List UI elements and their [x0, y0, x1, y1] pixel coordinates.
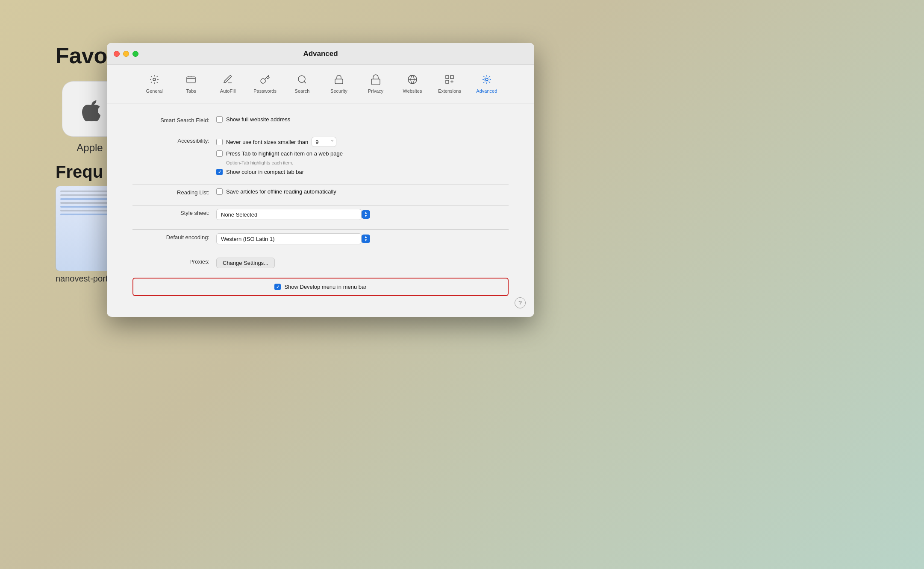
tab-passwords[interactable]: Passwords: [247, 71, 282, 97]
svg-point-10: [486, 78, 488, 81]
tab-websites[interactable]: Websites: [395, 71, 430, 97]
encoding-arrow-down-icon: ▼: [364, 239, 368, 242]
show-colour-label: Show colour in compact tab bar: [226, 169, 304, 175]
default-encoding-label: Default encoding:: [132, 233, 209, 241]
advanced-dialog: Advanced General Tabs: [107, 43, 534, 317]
develop-menu-checkbox-row: Show Develop menu in menu bar: [274, 284, 366, 290]
divider-5: [132, 254, 509, 254]
style-sheet-label: Style sheet:: [132, 209, 209, 216]
divider-3: [132, 205, 509, 205]
tab-extensions[interactable]: Extensions: [432, 71, 467, 97]
modal-title: Advanced: [303, 50, 338, 58]
svg-rect-1: [187, 77, 195, 83]
modal-titlebar: Advanced: [107, 43, 534, 65]
websites-icon: [407, 74, 418, 86]
passwords-icon: [260, 74, 270, 86]
search-label: Search: [295, 88, 310, 94]
font-size-select[interactable]: 9 10 12 14: [312, 137, 336, 147]
svg-point-2: [298, 76, 305, 82]
show-colour-checkbox[interactable]: [216, 169, 223, 175]
security-label: Security: [330, 88, 347, 94]
autofill-icon: [223, 74, 233, 86]
divider-2: [132, 185, 509, 185]
privacy-label: Privacy: [368, 88, 383, 94]
show-full-address-row: Show full website address: [216, 116, 290, 123]
privacy-icon: [371, 74, 381, 86]
default-encoding-select[interactable]: Western (ISO Latin 1) Unicode (UTF-8): [216, 233, 362, 244]
never-font-row: Never use font sizes smaller than 9 10 1…: [216, 137, 343, 147]
save-articles-checkbox[interactable]: [216, 188, 223, 195]
reading-list-controls: Save articles for offline reading automa…: [216, 188, 336, 195]
svg-rect-3: [335, 79, 343, 84]
press-tab-label: Press Tab to highlight each item on a we…: [226, 150, 343, 157]
help-button[interactable]: ?: [515, 297, 526, 308]
svg-rect-9: [446, 80, 449, 83]
arrow-down-icon: ▼: [364, 214, 368, 218]
search-tab-icon: [297, 74, 307, 86]
show-colour-row: Show colour in compact tab bar: [216, 169, 343, 175]
tab-autofill[interactable]: AutoFill: [211, 71, 245, 97]
svg-point-0: [153, 78, 156, 81]
develop-menu-row: Show Develop menu in menu bar: [132, 278, 509, 296]
maximize-button[interactable]: [132, 51, 138, 57]
svg-rect-7: [446, 76, 449, 79]
minimize-button[interactable]: [123, 51, 129, 57]
default-encoding-row: Default encoding: Western (ISO Latin 1) …: [132, 233, 509, 244]
svg-rect-8: [450, 76, 453, 79]
smart-search-label: Smart Search Field:: [132, 116, 209, 123]
autofill-label: AutoFill: [220, 88, 236, 94]
tab-security[interactable]: Security: [322, 71, 356, 97]
general-icon: [149, 74, 159, 86]
tab-advanced[interactable]: Advanced: [470, 71, 504, 97]
style-sheet-select[interactable]: None Selected: [216, 209, 362, 220]
press-tab-checkbox[interactable]: [216, 150, 223, 157]
accessibility-row: Accessibility: Never use font sizes smal…: [132, 137, 509, 175]
settings-toolbar: General Tabs AutoFill: [107, 65, 534, 103]
develop-menu-checkbox[interactable]: [274, 284, 281, 290]
default-encoding-select-wrapper: Western (ISO Latin 1) Unicode (UTF-8) ▲ …: [216, 233, 370, 244]
extensions-label: Extensions: [438, 88, 461, 94]
proxies-controls: Change Settings...: [216, 258, 275, 268]
smart-search-controls: Show full website address: [216, 116, 290, 123]
tab-privacy[interactable]: Privacy: [359, 71, 393, 97]
advanced-label: Advanced: [476, 88, 497, 94]
never-font-label: Never use font sizes smaller than: [226, 139, 308, 145]
reading-list-row: Reading List: Save articles for offline …: [132, 188, 509, 196]
tab-tabs[interactable]: Tabs: [174, 71, 208, 97]
style-sheet-controls: None Selected ▲ ▼: [216, 209, 370, 220]
divider-4: [132, 229, 509, 230]
reading-list-label: Reading List:: [132, 188, 209, 196]
divider-1: [132, 133, 509, 133]
show-full-address-checkbox[interactable]: [216, 116, 223, 123]
develop-menu-label: Show Develop menu in menu bar: [284, 284, 366, 290]
tabs-icon: [186, 74, 196, 86]
change-settings-button[interactable]: Change Settings...: [216, 258, 275, 268]
tab-general[interactable]: General: [137, 71, 171, 97]
style-sheet-arrows: ▲ ▼: [362, 210, 370, 219]
extensions-icon: [444, 74, 455, 86]
save-articles-row: Save articles for offline reading automa…: [216, 188, 336, 195]
traffic-lights: [114, 51, 138, 57]
close-button[interactable]: [114, 51, 120, 57]
smart-search-row: Smart Search Field: Show full website ad…: [132, 116, 509, 123]
font-size-container: 9 10 12 14: [312, 137, 336, 147]
accessibility-controls: Never use font sizes smaller than 9 10 1…: [216, 137, 343, 175]
never-font-checkbox[interactable]: [216, 139, 223, 145]
style-sheet-row: Style sheet: None Selected ▲ ▼: [132, 209, 509, 220]
passwords-label: Passwords: [253, 88, 277, 94]
svg-point-11: [484, 77, 489, 82]
press-tab-row: Press Tab to highlight each item on a we…: [216, 150, 343, 157]
advanced-content: Smart Search Field: Show full website ad…: [107, 103, 534, 317]
proxies-row: Proxies: Change Settings...: [132, 258, 509, 268]
security-icon: [334, 74, 344, 86]
accessibility-label: Accessibility:: [132, 137, 209, 144]
tabs-label: Tabs: [186, 88, 196, 94]
general-label: General: [146, 88, 163, 94]
advanced-icon: [482, 74, 492, 86]
default-encoding-controls: Western (ISO Latin 1) Unicode (UTF-8) ▲ …: [216, 233, 370, 244]
apple-label: Apple: [77, 142, 103, 154]
tab-search[interactable]: Search: [285, 71, 319, 97]
save-articles-label: Save articles for offline reading automa…: [226, 188, 336, 195]
websites-label: Websites: [403, 88, 422, 94]
encoding-arrows: ▲ ▼: [362, 235, 370, 243]
